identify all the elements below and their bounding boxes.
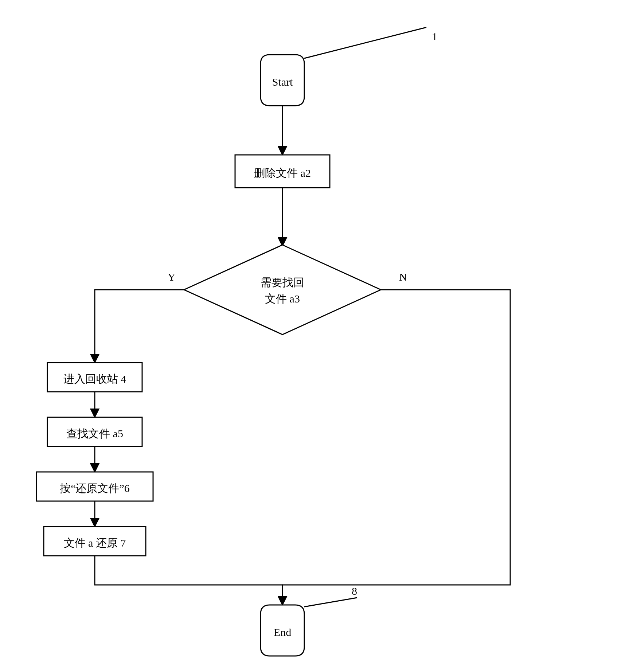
svg-marker-1: [184, 245, 381, 335]
no-label: N: [399, 271, 407, 283]
leader-end: [304, 598, 357, 607]
start-node: Start: [261, 55, 304, 106]
file-restored-label: 文件 a 还原 7: [64, 537, 126, 549]
decision-label-2: 文件 a3: [265, 293, 300, 305]
end-node: End: [261, 605, 304, 656]
restore-button-node: 按“还原文件”6: [36, 472, 153, 501]
edge-3-4: [95, 290, 184, 363]
delete-file-label: 删除文件 a2: [254, 167, 311, 179]
edge-3-8-no: [282, 290, 510, 585]
yes-label: Y: [168, 271, 176, 283]
recycle-node: 进入回收站 4: [47, 363, 142, 392]
find-file-label: 查找文件 a5: [66, 427, 123, 439]
file-restored-node: 文件 a 还原 7: [44, 527, 146, 556]
end-label: End: [274, 626, 291, 638]
flowchart: Start 1 删除文件 a2 需要找回 文件 a3 Y N 进入回收站 4 查…: [0, 0, 621, 672]
decision-label-1: 需要找回: [261, 276, 304, 288]
start-label: Start: [272, 76, 293, 88]
leader-start: [304, 27, 426, 58]
restore-button-label: 按“还原文件”6: [60, 482, 130, 494]
delete-file-node: 删除文件 a2: [235, 155, 330, 188]
decision-node: 需要找回 文件 a3: [184, 245, 381, 335]
ref-start: 1: [432, 30, 437, 42]
edge-7-8: [95, 556, 282, 605]
ref-end: 8: [352, 585, 357, 597]
recycle-label: 进入回收站 4: [63, 373, 126, 385]
find-file-node: 查找文件 a5: [47, 417, 142, 446]
